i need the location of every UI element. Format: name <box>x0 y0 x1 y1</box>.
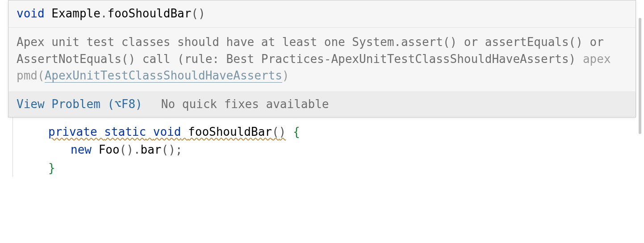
paren-close: ) <box>198 7 205 20</box>
diagnostic-message: Apex unit test classes should have at le… <box>17 35 604 66</box>
paren-close: ) <box>279 125 286 138</box>
tool-suffix: ) <box>282 69 289 82</box>
keyword-void: void <box>153 125 181 138</box>
paren-open: ( <box>272 125 279 138</box>
vertical-scrollbar[interactable] <box>637 0 641 243</box>
diagnostic-tooltip: void Example.fooShouldBar() Apex unit te… <box>8 0 636 117</box>
rule-link[interactable]: ApexUnitTestClassShouldHaveAsserts <box>45 69 282 83</box>
view-problem-link[interactable]: View Problem (⌥F8) <box>17 97 142 111</box>
code-line-3[interactable]: } <box>8 159 644 177</box>
scrollbar-thumb[interactable] <box>639 18 641 134</box>
tooltip-message: Apex unit test classes should have at le… <box>8 28 636 92</box>
paren-close: ) <box>126 143 134 156</box>
call-paren-open: ( <box>162 143 169 156</box>
code-line-2[interactable]: new Foo().bar(); <box>8 141 644 159</box>
tooltip-signature: void Example.fooShouldBar() <box>8 0 636 28</box>
dot: . <box>134 143 141 156</box>
type-foo: Foo <box>99 143 120 156</box>
call-paren-close: ) <box>168 143 176 156</box>
gutter-indent-guide <box>13 117 13 177</box>
brace-open: { <box>293 125 300 138</box>
method-name: fooShouldBar <box>108 7 192 20</box>
paren-open: ( <box>191 7 198 20</box>
code-line-1[interactable]: private static void fooShouldBar() { <box>8 123 644 141</box>
keyword-new: new <box>71 143 92 156</box>
semicolon: ; <box>176 143 183 156</box>
tooltip-footer: View Problem (⌥F8) No quick fixes availa… <box>8 92 636 117</box>
method-name: fooShouldBar <box>188 125 272 138</box>
method-call: bar <box>141 143 162 156</box>
keyword-static: static <box>104 125 146 138</box>
keyword-void: void <box>17 7 45 20</box>
dot: . <box>100 7 108 20</box>
keyword-private: private <box>48 125 97 138</box>
brace-close: } <box>48 161 55 175</box>
no-quick-fixes-label: No quick fixes available <box>161 97 329 111</box>
class-name: Example <box>51 7 100 20</box>
code-editor[interactable]: private static void fooShouldBar() { new… <box>0 117 644 177</box>
paren-open: ( <box>120 143 127 156</box>
